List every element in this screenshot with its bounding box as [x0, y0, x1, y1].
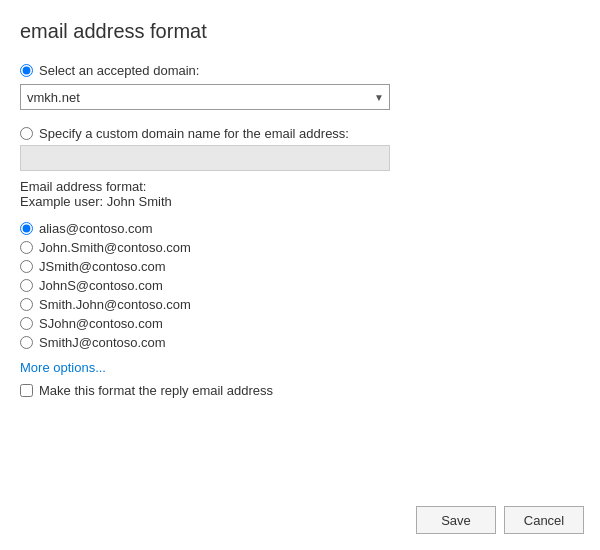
- list-item[interactable]: JSmith@contoso.com: [20, 259, 580, 274]
- format-label: Email address format:: [20, 179, 580, 194]
- custom-domain-radio[interactable]: [20, 127, 33, 140]
- more-options-link[interactable]: More options...: [20, 360, 106, 375]
- custom-domain-label: Specify a custom domain name for the ema…: [39, 126, 349, 141]
- reply-email-checkbox[interactable]: [20, 384, 33, 397]
- format-radio-6[interactable]: [20, 317, 33, 330]
- example-user-label: Example user: John Smith: [20, 194, 580, 209]
- format-radio-2[interactable]: [20, 241, 33, 254]
- cancel-button[interactable]: Cancel: [504, 506, 584, 534]
- format-label-2: John.Smith@contoso.com: [39, 240, 191, 255]
- format-options-list: alias@contoso.com John.Smith@contoso.com…: [20, 221, 580, 350]
- custom-domain-input[interactable]: [20, 145, 390, 171]
- select-domain-label: Select an accepted domain:: [39, 63, 199, 78]
- list-item[interactable]: SmithJ@contoso.com: [20, 335, 580, 350]
- page-title: email address format: [20, 20, 580, 43]
- info-section: Email address format: Example user: John…: [20, 179, 580, 209]
- footer-buttons: Save Cancel: [416, 506, 584, 534]
- format-label-1: alias@contoso.com: [39, 221, 153, 236]
- format-label-7: SmithJ@contoso.com: [39, 335, 166, 350]
- format-radio-4[interactable]: [20, 279, 33, 292]
- list-item[interactable]: Smith.John@contoso.com: [20, 297, 580, 312]
- custom-domain-radio-wrapper[interactable]: Specify a custom domain name for the ema…: [20, 126, 580, 141]
- list-item[interactable]: SJohn@contoso.com: [20, 316, 580, 331]
- list-item[interactable]: John.Smith@contoso.com: [20, 240, 580, 255]
- list-item[interactable]: JohnS@contoso.com: [20, 278, 580, 293]
- reply-email-label: Make this format the reply email address: [39, 383, 273, 398]
- select-domain-radio-wrapper[interactable]: Select an accepted domain:: [20, 63, 580, 78]
- select-domain-radio[interactable]: [20, 64, 33, 77]
- domain-select-section: Select an accepted domain: vmkh.net ▼: [20, 63, 580, 118]
- reply-email-checkbox-wrapper[interactable]: Make this format the reply email address: [20, 383, 580, 398]
- format-radio-3[interactable]: [20, 260, 33, 273]
- list-item[interactable]: alias@contoso.com: [20, 221, 580, 236]
- domain-select-wrapper: vmkh.net ▼: [20, 84, 390, 110]
- format-label-4: JohnS@contoso.com: [39, 278, 163, 293]
- format-radio-1[interactable]: [20, 222, 33, 235]
- format-radio-7[interactable]: [20, 336, 33, 349]
- format-label-3: JSmith@contoso.com: [39, 259, 166, 274]
- format-label-5: Smith.John@contoso.com: [39, 297, 191, 312]
- custom-domain-section: Specify a custom domain name for the ema…: [20, 126, 580, 171]
- format-label-6: SJohn@contoso.com: [39, 316, 163, 331]
- format-radio-5[interactable]: [20, 298, 33, 311]
- domain-select[interactable]: vmkh.net: [20, 84, 390, 110]
- save-button[interactable]: Save: [416, 506, 496, 534]
- page-container: email address format Select an accepted …: [0, 0, 600, 550]
